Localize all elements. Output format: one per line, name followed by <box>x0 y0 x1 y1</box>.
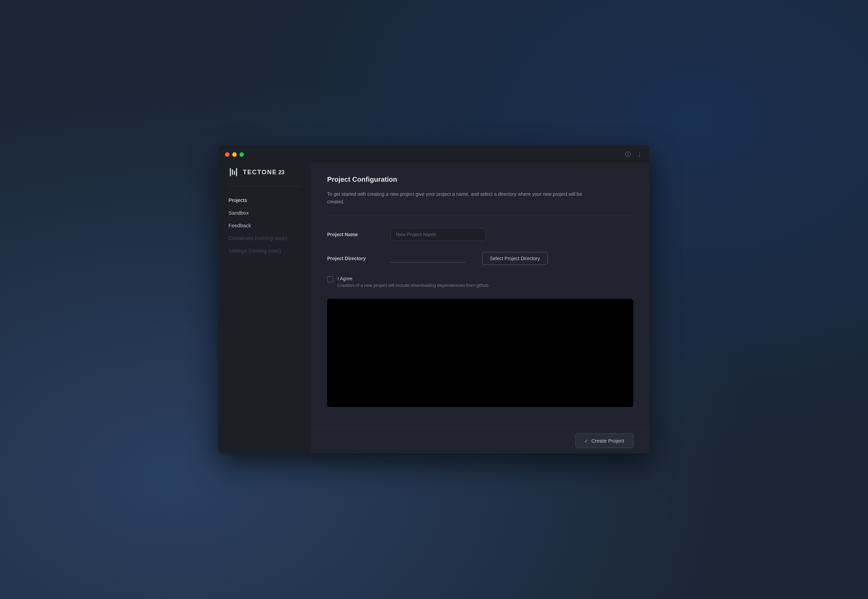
project-name-label: Project Name <box>327 232 382 237</box>
sidebar: TECTONE 23 Projects Sandbox Feedback Con… <box>218 163 311 453</box>
check-icon: ✓ <box>584 438 589 444</box>
page-description: To get started with creating a new proje… <box>327 190 594 206</box>
project-name-row: Project Name <box>327 228 633 241</box>
terminal-area <box>327 299 633 407</box>
nav-item-containers: Containers (coming soon) <box>228 232 300 244</box>
directory-path-display <box>390 254 465 263</box>
sidebar-divider <box>228 186 300 186</box>
app-window: ⓘ ⋮ TECTONE 23 Project <box>218 146 650 453</box>
svg-rect-3 <box>236 168 237 176</box>
menu-icon[interactable]: ⋮ <box>636 151 643 158</box>
maximize-button[interactable] <box>239 152 244 157</box>
create-project-button[interactable]: ✓ Create Project <box>575 433 633 448</box>
content-divider <box>327 215 633 216</box>
nav-item-feedback[interactable]: Feedback <box>228 220 300 231</box>
logo-icon <box>228 167 239 178</box>
nav-item-settings: Settings (coming soon) <box>228 245 300 256</box>
project-name-input[interactable] <box>390 228 486 241</box>
agreement-label: I Agree <box>337 276 489 281</box>
agreement-row: I Agree Creation of a new project will i… <box>327 276 633 288</box>
content-area: Project Configuration To get started wit… <box>311 163 650 427</box>
logo-area: TECTONE 23 <box>228 163 300 186</box>
logo-text: TECTONE 23 <box>243 169 284 176</box>
nav-item-projects[interactable]: Projects <box>228 194 300 206</box>
info-icon[interactable]: ⓘ <box>625 151 631 158</box>
title-bar: ⓘ ⋮ <box>218 146 650 163</box>
create-project-label: Create Project <box>591 438 624 444</box>
page-title: Project Configuration <box>327 176 633 184</box>
svg-rect-2 <box>234 171 235 175</box>
main-layout: TECTONE 23 Projects Sandbox Feedback Con… <box>218 163 650 453</box>
agreement-checkbox[interactable] <box>327 276 333 282</box>
select-directory-button[interactable]: Select Project Directory <box>482 252 548 265</box>
project-directory-label: Project Directory <box>327 256 382 261</box>
minimize-button[interactable] <box>232 152 237 157</box>
footer-bar: ✓ Create Project <box>311 427 650 453</box>
project-directory-row: Project Directory Select Project Directo… <box>327 252 633 265</box>
nav-item-sandbox[interactable]: Sandbox <box>228 207 300 218</box>
svg-rect-1 <box>232 169 233 175</box>
title-bar-actions: ⓘ ⋮ <box>625 151 643 158</box>
traffic-lights <box>225 152 244 157</box>
nav-items: Projects Sandbox Feedback Containers (co… <box>228 194 300 256</box>
agreement-label-group: I Agree Creation of a new project will i… <box>337 276 489 288</box>
svg-rect-0 <box>230 168 231 176</box>
close-button[interactable] <box>225 152 229 157</box>
agreement-sublabel: Creation of a new project will include d… <box>337 283 489 288</box>
